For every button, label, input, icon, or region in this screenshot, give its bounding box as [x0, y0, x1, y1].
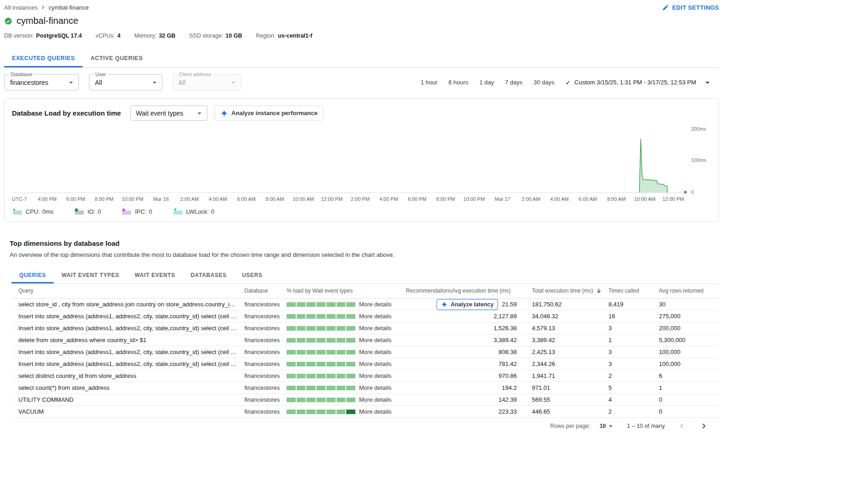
analyze-instance-performance-button[interactable]: Analyze instance performance — [215, 105, 324, 121]
client-address-filter: Client address All — [172, 74, 241, 90]
load-bar — [287, 350, 355, 355]
more-details-link[interactable]: More details — [359, 360, 392, 367]
time-range-option[interactable]: 30 days — [534, 79, 555, 86]
time-range-option[interactable]: 6 hours — [448, 79, 468, 86]
user-filter[interactable]: User All — [89, 74, 162, 90]
database-load-card: Database Load by execution time Wait eve… — [4, 98, 719, 222]
table-row[interactable]: VACUUM financestores More details Analyz… — [11, 406, 719, 418]
next-page-button[interactable] — [699, 421, 709, 431]
load-cell: More details — [287, 372, 406, 379]
column-header-times-called[interactable]: Times called — [603, 288, 653, 294]
table-row[interactable]: Insert into store_address (address1, add… — [11, 346, 719, 358]
dimension-tab[interactable]: QUERIES — [11, 266, 54, 283]
series-swatch-icon: ◼ — [75, 209, 84, 215]
query-cell[interactable]: select count(*) from store_address — [11, 384, 244, 391]
avg-rows-returned-cell: 6 — [653, 372, 719, 379]
y-axis-labels: 200ms 100ms 0 — [687, 127, 711, 195]
time-range-dropdown-icon[interactable] — [702, 78, 713, 88]
column-header-database[interactable]: Database — [244, 288, 287, 294]
query-cell[interactable]: Insert into store_address (address1, add… — [11, 349, 244, 355]
time-range-option[interactable]: 1 day — [479, 79, 494, 86]
column-header-avg-execution-time[interactable]: Avg execution time (ms) — [452, 288, 525, 294]
column-header-total-execution-time[interactable]: Total execution time (ms) — [525, 288, 603, 294]
chart-dimension-select[interactable]: Wait event types — [130, 105, 207, 121]
total-execution-time-cell: 569.55 — [525, 396, 603, 403]
breadcrumb-all-instances[interactable]: All instances — [4, 4, 38, 11]
meta-label: SSD storage: — [189, 33, 223, 39]
more-details-link[interactable]: More details — [359, 325, 392, 332]
pagination-range: 1 – 10 of many — [627, 423, 665, 429]
avg-rows-returned-cell: 100,000 — [653, 360, 719, 367]
x-axis-tick-label: 6:00 AM — [237, 196, 255, 202]
query-cell[interactable]: VACUUM — [11, 408, 244, 415]
more-details-link[interactable]: More details — [359, 396, 392, 403]
query-cell[interactable]: UTILITY COMMAND — [11, 396, 244, 403]
column-header-recommendations[interactable]: Recommendations — [406, 288, 452, 294]
table-row[interactable]: Insert into store_address (address1, add… — [11, 322, 719, 334]
y-axis-tick-label: 0 — [691, 189, 694, 195]
more-details-link[interactable]: More details — [359, 337, 392, 343]
table-row[interactable]: Insert into store_address (address1, add… — [11, 358, 719, 370]
avg-rows-returned-cell: 1 — [653, 384, 719, 391]
check-icon: ✓ — [565, 79, 571, 86]
more-details-link[interactable]: More details — [359, 384, 392, 391]
dimension-tabs: QUERIES WAIT EVENT TYPES WAIT EVENTS DAT… — [11, 266, 719, 284]
query-mode-tabs: EXECUTED QUERIES ACTIVE QUERIES — [0, 49, 719, 68]
table-row[interactable]: select distinct country_id from store_ad… — [11, 370, 719, 382]
dimension-tab[interactable]: DATABASES — [183, 266, 234, 283]
top-bar: All instances cymbal-finance EDIT SETTIN… — [4, 2, 719, 12]
dimension-tab[interactable]: WAIT EVENT TYPES — [54, 266, 127, 283]
query-cell[interactable]: Insert into store_address (address1, add… — [11, 325, 244, 332]
meta-label: Memory: — [134, 33, 157, 39]
previous-page-button[interactable] — [677, 421, 687, 431]
load-bar — [287, 326, 355, 331]
x-axis-tick-label: UTC-7 — [12, 196, 27, 202]
table-row[interactable]: select count(*) from store_address finan… — [11, 382, 719, 394]
legend-value: 0 — [149, 208, 152, 215]
chart-end-marker — [684, 191, 687, 194]
database-filter[interactable]: Database financestores — [4, 74, 79, 90]
column-header-load[interactable]: % load by Wait event types — [287, 288, 406, 294]
x-axis-tick-label: 6:00 PM — [408, 196, 426, 202]
load-bar — [287, 386, 355, 390]
column-header-query[interactable]: Query — [11, 288, 244, 294]
edit-settings-button[interactable]: EDIT SETTINGS — [662, 4, 719, 11]
more-details-link[interactable]: More details — [359, 349, 392, 355]
total-execution-time-cell: 2,425.13 — [525, 349, 603, 355]
more-details-link[interactable]: More details — [359, 372, 392, 379]
pencil-icon — [662, 4, 669, 11]
query-cell[interactable]: Insert into store_address (address1, add… — [11, 313, 244, 320]
query-mode-tab[interactable]: ACTIVE QUERIES — [83, 49, 150, 67]
x-axis-tick-label: 12:00 PM — [321, 196, 343, 202]
dimension-tab[interactable]: USERS — [234, 266, 270, 283]
filter-bar: Database financestores User All Client a… — [4, 74, 713, 90]
load-cell: More details — [287, 360, 406, 367]
analyze-latency-button[interactable]: Analyze latency — [437, 299, 498, 310]
more-details-link[interactable]: More details — [359, 301, 392, 308]
avg-execution-time-value: 2,127.89 — [493, 313, 517, 320]
table-row[interactable]: delete from store_address where country_… — [11, 334, 719, 346]
table-row[interactable]: select store_id , city from store_addres… — [11, 299, 719, 310]
avg-execution-time-cell: Analyze latency 194.2 — [452, 384, 525, 391]
database-cell: financestores — [244, 301, 287, 308]
time-range-custom[interactable]: ✓ Custom 3/15/25, 1:31 PM - 3/17/25, 12:… — [565, 79, 696, 86]
query-mode-tab[interactable]: EXECUTED QUERIES — [4, 49, 83, 67]
chevron-right-icon — [39, 4, 47, 11]
query-cell[interactable]: Insert into store_address (address1, add… — [11, 360, 244, 367]
time-range-option[interactable]: 1 hour — [420, 79, 437, 86]
more-details-link[interactable]: More details — [359, 313, 392, 320]
meta-value: 4 — [117, 33, 121, 39]
database-cell: financestores — [244, 408, 287, 415]
chevron-down-icon — [195, 109, 204, 118]
query-cell[interactable]: select distinct country_id from store_ad… — [11, 372, 244, 379]
edit-settings-label: EDIT SETTINGS — [672, 4, 719, 11]
query-cell[interactable]: delete from store_address where country_… — [11, 337, 244, 343]
column-header-avg-rows-returned[interactable]: Avg rows returned — [653, 288, 719, 294]
time-range-option[interactable]: 7 days — [505, 79, 522, 86]
more-details-link[interactable]: More details — [359, 408, 392, 415]
rows-per-page-select[interactable]: 10 — [599, 422, 615, 430]
dimension-tab[interactable]: WAIT EVENTS — [127, 266, 183, 283]
table-row[interactable]: UTILITY COMMAND financestores More detai… — [11, 394, 719, 406]
table-row[interactable]: Insert into store_address (address1, add… — [11, 310, 719, 322]
query-cell[interactable]: select store_id , city from store_addres… — [11, 301, 244, 308]
